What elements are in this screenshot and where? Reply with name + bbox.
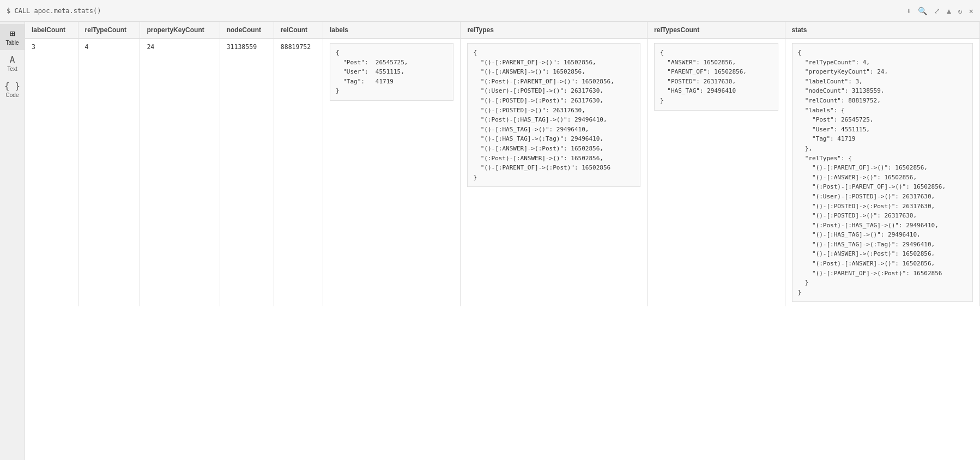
cell-relTypeCount: 4 — [78, 39, 140, 307]
table-icon: ⊞ — [10, 28, 15, 39]
stats-json: { "relTypeCount": 4, "propertyKeyCount":… — [792, 43, 973, 302]
col-relTypesCount: relTypesCount — [648, 22, 785, 39]
cell-labelCount: 3 — [25, 39, 78, 307]
sidebar-item-table[interactable]: ⊞ Table — [0, 24, 25, 50]
sidebar-label-table: Table — [6, 40, 19, 46]
cell-nodeCount: 31138559 — [220, 39, 274, 307]
labels-json: { "Post": 26545725, "User": 4551115, "Ta… — [330, 43, 453, 101]
col-relTypeCount: relTypeCount — [78, 22, 140, 39]
col-propertyKeyCount: propertyKeyCount — [140, 22, 220, 39]
cell-relCount: 88819752 — [274, 39, 323, 307]
table-row: 3 4 24 31138559 88819752 { "Post": 26545… — [25, 39, 980, 307]
close-icon[interactable]: ✕ — [969, 7, 973, 15]
sidebar-label-code: Code — [6, 92, 19, 98]
col-labelCount: labelCount — [25, 22, 78, 39]
col-relTypes: relTypes — [461, 22, 648, 39]
text-icon: A — [10, 55, 15, 65]
main-content: ⊞ Table A Text { } Code labelCount relTy… — [0, 22, 980, 460]
cell-labels: { "Post": 26545725, "User": 4551115, "Ta… — [323, 39, 460, 307]
relTypes-json: { "()-[:PARENT_OF]->()": 16502856, "()-[… — [467, 43, 640, 187]
code-icon: { } — [4, 81, 20, 91]
col-labels: labels — [323, 22, 460, 39]
up-icon[interactable]: ▲ — [947, 7, 951, 15]
sidebar-item-text[interactable]: A Text — [0, 50, 25, 76]
download-icon[interactable]: ⬇ — [906, 7, 911, 15]
table-header-row: labelCount relTypeCount propertyKeyCount… — [25, 22, 980, 39]
refresh-icon[interactable]: ↻ — [958, 7, 962, 15]
title-bar: $ CALL apoc.meta.stats() ⬇ 🔍 ⤢ ▲ ↻ ✕ — [0, 0, 980, 22]
cell-relTypesCount: { "ANSWER": 16502856, "PARENT_OF": 16502… — [648, 39, 785, 307]
expand-icon[interactable]: ⤢ — [934, 7, 940, 15]
cell-propertyKeyCount: 24 — [140, 39, 220, 307]
query-text: $ CALL apoc.meta.stats() — [7, 7, 101, 15]
cell-relTypes: { "()-[:PARENT_OF]->()": 16502856, "()-[… — [461, 39, 648, 307]
sidebar-label-text: Text — [7, 66, 17, 72]
col-stats: stats — [785, 22, 979, 39]
col-relCount: relCount — [274, 22, 323, 39]
search-icon[interactable]: 🔍 — [918, 7, 927, 15]
results-table: labelCount relTypeCount propertyKeyCount… — [25, 22, 980, 306]
sidebar-item-code[interactable]: { } Code — [0, 76, 25, 102]
relTypesCount-json: { "ANSWER": 16502856, "PARENT_OF": 16502… — [654, 43, 778, 111]
title-bar-actions: ⬇ 🔍 ⤢ ▲ ↻ ✕ — [906, 7, 973, 15]
cell-stats: { "relTypeCount": 4, "propertyKeyCount":… — [785, 39, 979, 307]
table-area[interactable]: labelCount relTypeCount propertyKeyCount… — [25, 22, 980, 460]
sidebar: ⊞ Table A Text { } Code — [0, 22, 25, 460]
col-nodeCount: nodeCount — [220, 22, 274, 39]
